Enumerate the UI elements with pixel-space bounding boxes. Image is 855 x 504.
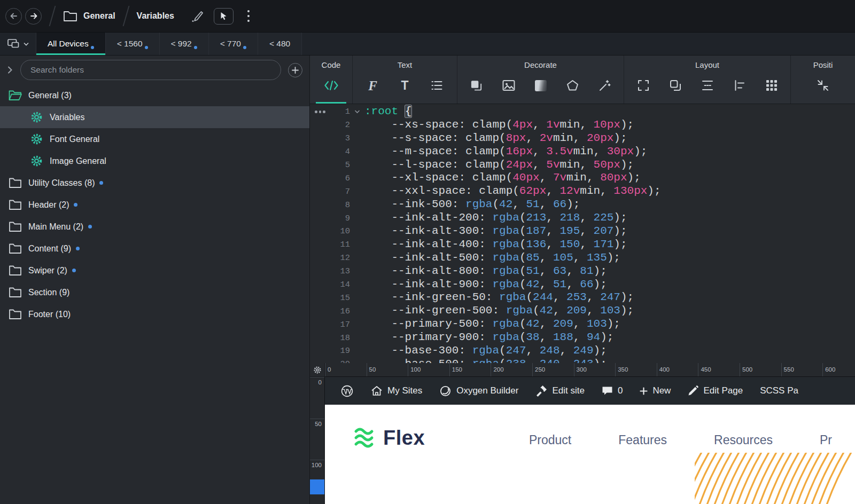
tree-item-main-menu-2[interactable]: Main Menu (2) <box>0 216 309 238</box>
ruler-label: 100 <box>410 366 421 373</box>
code-line-8[interactable]: 8 --ink-500: rgba(42, 51, 66); <box>310 198 855 211</box>
tree-item-header-2[interactable]: Header (2) <box>0 194 309 216</box>
panel-section-code[interactable]: Code <box>310 56 353 104</box>
edit-site-menu[interactable]: Edit site <box>527 377 593 405</box>
list-icon[interactable] <box>430 77 444 93</box>
shape-icon[interactable] <box>566 77 580 93</box>
panel-section-decorate[interactable]: Decorate <box>457 56 624 104</box>
wp-logo-menu[interactable] <box>332 377 362 405</box>
code-line-1[interactable]: 1:root { <box>310 105 855 119</box>
device-preview-toggle[interactable] <box>0 33 36 55</box>
code-line-5[interactable]: 5 --l-space: clamp(24px, 5vmin, 50px); <box>310 159 855 172</box>
device-tab-all-devices[interactable]: All Devices <box>36 33 106 55</box>
effects-wand-icon[interactable] <box>598 77 612 93</box>
nav-link-features[interactable]: Features <box>618 433 667 447</box>
ruler-tick <box>408 363 408 377</box>
code-line-20[interactable]: 20 --base-500: rgba(238, 240, 243); <box>310 358 855 363</box>
code-line-4[interactable]: 4 --m-space: clamp(16px, 3.5vmin, 30px); <box>310 145 855 159</box>
my-sites-menu[interactable]: My Sites <box>362 377 431 405</box>
tree-item-variables[interactable]: Variables <box>0 106 309 128</box>
back-button[interactable] <box>5 8 22 25</box>
code-line-16[interactable]: 16 --ink-green-500: rgba(42, 209, 103); <box>310 304 855 318</box>
code-line-19[interactable]: 19 --base-300: rgba(247, 248, 249); <box>310 344 855 358</box>
tree-item-content-9[interactable]: Content (9) <box>0 238 309 259</box>
scss-menu[interactable]: SCSS Pa <box>751 377 807 405</box>
code-line-7[interactable]: 7 --xxl-space: clamp(62px, 12vmin, 130px… <box>310 185 855 198</box>
device-tab-480[interactable]: < 480 <box>258 33 302 55</box>
panel-section-text[interactable]: Text F T <box>353 56 457 104</box>
search-input[interactable] <box>20 60 281 80</box>
code-line-18[interactable]: 18 --primary-900: rgba(38, 188, 94); <box>310 331 855 344</box>
panel-section-layout[interactable]: Layout <box>624 56 791 104</box>
selector-icon <box>29 111 44 123</box>
nav-link-resources[interactable]: Resources <box>714 433 773 447</box>
spacing-icon[interactable] <box>701 77 714 93</box>
line-number: 10 <box>310 226 350 236</box>
forward-button[interactable] <box>25 8 42 25</box>
image-icon[interactable] <box>502 77 516 93</box>
breadcrumb-divider <box>122 6 129 26</box>
code-line-17[interactable]: 17 --primary-500: rgba(42, 209, 103); <box>310 318 855 331</box>
nav-link-pricing[interactable]: Pr <box>820 433 832 447</box>
grid-icon[interactable] <box>765 77 779 93</box>
add-folder-button[interactable] <box>288 63 302 77</box>
breadcrumb-page[interactable]: Variables <box>137 11 174 21</box>
nav-link-product[interactable]: Product <box>529 433 571 447</box>
code-line-9[interactable]: 9 --ink-alt-200: rgba(213, 218, 225); <box>310 211 855 225</box>
tree-item-section-9[interactable]: Section (9) <box>0 281 309 303</box>
line-number: 16 <box>310 306 350 316</box>
device-tab-1560[interactable]: < 1560 <box>106 33 160 55</box>
code-text: --ink-alt-300: rgba(187, 195, 207); <box>364 225 627 238</box>
code-line-12[interactable]: 12 --ink-alt-500: rgba(85, 105, 135); <box>310 251 855 265</box>
tree-item-font-general[interactable]: Font General <box>0 128 309 150</box>
editor-menu-icon[interactable] <box>315 111 325 113</box>
line-number: 9 <box>310 214 350 223</box>
site-logo[interactable]: Flex <box>352 426 425 450</box>
code-line-6[interactable]: 6 --xl-space: clamp(40px, 7vmin, 80px); <box>310 171 855 185</box>
tree-item-image-general[interactable]: Image General <box>0 150 309 172</box>
code-text: --primary-500: rgba(42, 209, 103); <box>364 318 620 331</box>
edit-page-menu[interactable]: Edit Page <box>679 377 751 405</box>
code-editor[interactable]: 1:root {2 --xs-space: clamp(4px, 1vmin, … <box>310 104 855 363</box>
ruler-tick <box>574 363 574 377</box>
unsaved-changes-dot <box>145 46 148 49</box>
collapse-icon[interactable] <box>816 77 830 93</box>
code-line-14[interactable]: 14 --ink-alt-900: rgba(42, 51, 66); <box>310 278 855 292</box>
vertical-ruler: 050100 <box>310 377 325 504</box>
tree-item-general-3[interactable]: General (3) <box>0 84 309 106</box>
ruler-label: 50 <box>369 366 376 373</box>
text-style-icon[interactable]: T <box>398 77 412 93</box>
font-family-icon[interactable]: F <box>366 77 380 93</box>
tree-item-utility-classes-8[interactable]: Utility Classes (8) <box>0 172 309 194</box>
code-line-11[interactable]: 11 --ink-alt-400: rgba(136, 150, 171); <box>310 238 855 251</box>
device-tab-770[interactable]: < 770 <box>209 33 258 55</box>
ruler-tick <box>367 363 367 377</box>
oxygen-builder-menu[interactable]: Oxygen Builder <box>431 377 527 405</box>
panel-section-position[interactable]: Positi <box>791 56 855 104</box>
layers-icon[interactable] <box>669 77 682 93</box>
tree-item-footer-10[interactable]: Footer (10) <box>0 303 309 325</box>
align-icon[interactable] <box>733 77 747 93</box>
code-line-13[interactable]: 13 --ink-alt-800: rgba(51, 63, 81); <box>310 265 855 278</box>
gradient-icon[interactable] <box>534 77 548 93</box>
select-tool-button[interactable] <box>214 8 234 25</box>
code-line-15[interactable]: 15 --ink-green-50: rgba(244, 253, 247); <box>310 291 855 304</box>
code-text: --base-500: rgba(238, 240, 243); <box>364 358 607 363</box>
code-line-3[interactable]: 3 --s-space: clamp(8px, 2vmin, 20px); <box>310 132 855 145</box>
collapse-chevron-icon[interactable] <box>7 66 20 74</box>
comments-menu[interactable]: 0 <box>593 377 631 405</box>
more-options-icon[interactable] <box>245 7 252 26</box>
device-tab-992[interactable]: < 992 <box>160 33 209 55</box>
code-line-10[interactable]: 10 --ink-alt-300: rgba(187, 195, 207); <box>310 225 855 238</box>
code-icon[interactable] <box>323 77 339 93</box>
code-line-2[interactable]: 2 --xs-space: clamp(4px, 1vmin, 10px); <box>310 119 855 132</box>
breadcrumb-folder[interactable]: General <box>83 11 115 21</box>
border-shadow-icon[interactable] <box>470 77 484 93</box>
expand-icon[interactable] <box>636 77 650 93</box>
line-number: 5 <box>310 160 350 170</box>
new-menu[interactable]: New <box>631 377 679 405</box>
ruler-settings-button[interactable] <box>310 363 325 377</box>
fold-toggle-icon[interactable] <box>350 109 364 114</box>
brush-tool-icon[interactable] <box>190 9 205 23</box>
tree-item-swiper-2[interactable]: Swiper (2) <box>0 259 309 281</box>
